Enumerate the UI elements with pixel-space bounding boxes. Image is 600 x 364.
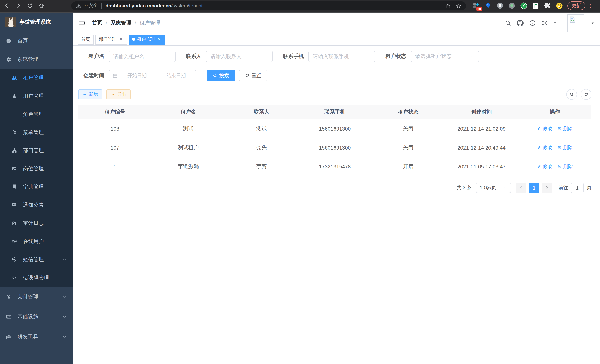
prev-page-button[interactable] — [516, 183, 526, 193]
sidebar-item-label: 审计日志 — [23, 220, 44, 226]
ext-tiles-icon[interactable]: 10 — [473, 2, 480, 9]
chevron-down-icon — [62, 295, 67, 299]
goto-page-input[interactable] — [571, 183, 584, 193]
sidebar-item-dept[interactable]: 部门管理 — [0, 141, 73, 159]
kebab-menu-icon[interactable] — [587, 3, 593, 9]
top-navbar: 首页/系统管理/租户管理 ?TT — [73, 13, 600, 33]
font-size-icon[interactable]: TT — [554, 20, 560, 26]
refresh-table-button[interactable] — [581, 89, 591, 100]
help-icon[interactable]: ? — [529, 20, 536, 26]
toggle-search-button[interactable] — [566, 89, 577, 100]
page-size-select[interactable]: 10条/页 — [476, 183, 511, 193]
tab-label: 部门管理 — [99, 36, 116, 42]
sidebar-item-post[interactable]: 岗位管理 — [0, 159, 73, 178]
chrome-update-button[interactable]: 更新 — [567, 1, 585, 10]
end-date-placeholder: 结束日期 — [159, 72, 193, 79]
refresh-icon — [584, 92, 589, 97]
delete-icon — [557, 145, 562, 150]
create-time-label: 创建时间 — [78, 72, 104, 79]
extension-badge: 10 — [476, 7, 482, 11]
bookmark-star-icon[interactable] — [456, 3, 462, 9]
sidebar-item-dict[interactable]: 字典管理 — [0, 178, 73, 196]
cell-contact: 测试 — [225, 119, 298, 138]
url-text: dashboard.yudao.iocoder.cn/system/tenant — [106, 3, 441, 9]
sidebar-item-menu[interactable]: 菜单管理 — [0, 123, 73, 141]
puzzle-icon[interactable] — [544, 2, 551, 9]
sidebar: 芋道管理系统 首页系统管理租户管理用户管理角色管理菜单管理部门管理岗位管理字典管… — [0, 13, 73, 364]
export-button[interactable]: 导出 — [106, 89, 131, 99]
reload-icon[interactable] — [27, 3, 33, 9]
cell-mobile: 15601691300 — [298, 119, 371, 138]
forward-icon[interactable] — [15, 3, 21, 9]
plus-icon — [83, 92, 87, 97]
sidebar-collapse-icon[interactable] — [78, 19, 86, 27]
sidebar-item-dev-tools[interactable]: 研发工具 — [0, 327, 73, 347]
tenant-name-label: 租户名 — [78, 53, 104, 60]
edit-row-link[interactable]: 修改 — [537, 144, 552, 151]
sidebar-item-error-code[interactable]: 错误码管理 — [0, 269, 73, 287]
close-tab-icon[interactable]: × — [157, 37, 162, 42]
y-logo-icon[interactable]: Y — [520, 2, 527, 9]
fullscreen-icon[interactable] — [541, 20, 548, 26]
tenant-name-input[interactable] — [109, 51, 176, 62]
contact-input[interactable] — [206, 51, 273, 62]
sidebar-item-role[interactable]: 角色管理 — [0, 105, 73, 123]
delete-row-link[interactable]: 删除 — [557, 125, 573, 132]
sidebar-item-notice[interactable]: 通知公告 — [0, 196, 73, 214]
app-logo-row[interactable]: 芋道管理系统 — [0, 13, 73, 32]
edit-row-link[interactable]: 修改 — [537, 163, 552, 170]
next-page-button[interactable] — [542, 183, 552, 193]
tab-home[interactable]: 首页 — [78, 34, 94, 44]
sidebar-item-sms[interactable]: 短信管理 — [0, 251, 73, 269]
recorder-icon[interactable] — [508, 2, 516, 9]
tab-tenant[interactable]: 租户管理× — [129, 34, 165, 44]
broken-image-icon — [568, 15, 577, 24]
sidebar-item-tenant[interactable]: 租户管理 — [0, 69, 73, 87]
sidebar-item-online-user[interactable]: 在线用户 — [0, 232, 73, 251]
menu-tree-icon — [11, 130, 17, 135]
tab-dept[interactable]: 部门管理× — [95, 34, 127, 44]
edit-row-link[interactable]: 修改 — [537, 125, 552, 132]
flag-icon[interactable] — [532, 2, 539, 9]
search-button[interactable]: 搜索 — [207, 70, 235, 81]
current-page-button[interactable]: 1 — [529, 183, 539, 193]
user-avatar[interactable] — [567, 14, 584, 32]
sidebar-item-infra[interactable]: 基础设施 — [0, 307, 73, 327]
address-bar[interactable]: 不安全 dashboard.yudao.iocoder.cn/system/te… — [71, 1, 466, 10]
tab-label: 租户管理 — [137, 36, 155, 42]
balloon-icon[interactable] — [485, 2, 492, 9]
column-header: 操作 — [518, 105, 591, 119]
tab-label: 首页 — [81, 36, 90, 42]
smiley-icon[interactable] — [556, 2, 563, 9]
cell-contact: 芋艿 — [225, 157, 298, 176]
breadcrumb-item[interactable]: 首页 — [92, 20, 103, 26]
caret-down-icon[interactable] — [591, 21, 594, 25]
page-size-value: 10条/页 — [480, 184, 496, 191]
url-path: /system/tenant — [171, 3, 203, 9]
delete-row-link[interactable]: 删除 — [557, 163, 573, 170]
search-icon[interactable] — [505, 20, 511, 26]
sidebar-item-system[interactable]: 系统管理 — [0, 50, 73, 69]
command-icon[interactable]: ⌘ — [497, 2, 504, 9]
mobile-input[interactable] — [308, 51, 375, 62]
back-icon[interactable] — [4, 3, 10, 9]
delete-row-link[interactable]: 删除 — [557, 144, 573, 151]
sidebar-item-label: 首页 — [18, 37, 28, 44]
sidebar-item-audit-log[interactable]: 审计日志 — [0, 214, 73, 232]
sidebar-item-home[interactable]: 首页 — [0, 32, 73, 50]
edit-link-label: 修改 — [543, 144, 552, 151]
edit-icon — [537, 164, 542, 169]
github-icon[interactable] — [517, 20, 524, 26]
home-icon[interactable] — [38, 3, 45, 9]
mobile-label: 联系手机 — [283, 53, 304, 60]
sidebar-item-user[interactable]: 用户管理 — [0, 87, 73, 105]
share-icon[interactable] — [445, 3, 451, 9]
create-time-range-picker[interactable]: 开始日期 - 结束日期 — [109, 70, 196, 81]
cell-name: 测试租户 — [151, 138, 225, 157]
close-tab-icon[interactable]: × — [118, 37, 123, 42]
add-button[interactable]: 新增 — [78, 89, 103, 99]
sidebar-item-pay[interactable]: 支付管理 — [0, 287, 73, 307]
breadcrumb-item[interactable]: 系统管理 — [111, 20, 131, 26]
reset-button[interactable]: 重置 — [239, 70, 267, 81]
tenant-status-select[interactable]: 请选择租户状态 — [411, 51, 479, 62]
